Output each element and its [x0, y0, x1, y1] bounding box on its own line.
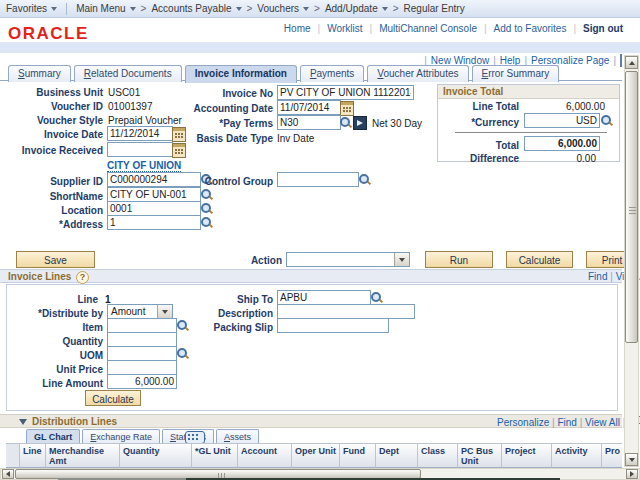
divider: | [318, 23, 321, 34]
control-group-lookup-icon[interactable] [358, 173, 371, 186]
breadcrumb-add-update[interactable]: Add/Update [325, 3, 388, 14]
pay-terms-note: Net 30 Day [372, 117, 422, 131]
accounting-date-label: Accounting Date [160, 102, 273, 116]
control-group-input[interactable] [277, 172, 359, 187]
breadcrumb-separator-icon [141, 3, 147, 14]
tab-invoice-information[interactable]: Invoice Information [185, 65, 297, 83]
total-separator [455, 132, 607, 133]
address-input[interactable] [107, 215, 201, 230]
tab-assets[interactable]: Assets [216, 429, 259, 444]
calendar-icon[interactable] [340, 101, 354, 116]
tab-gl-chart[interactable]: GL Chart [26, 429, 80, 444]
line-label: Line [58, 293, 98, 307]
invoice-lines-find-link[interactable]: Find [588, 271, 607, 282]
pay-terms-detail-icon[interactable] [353, 116, 367, 130]
location-lookup-icon[interactable] [200, 202, 213, 215]
supplier-id-label: Supplier ID [0, 175, 103, 189]
scroll-down-button[interactable] [625, 453, 638, 466]
shortname-input[interactable] [107, 187, 201, 202]
tab-error-summary[interactable]: Error Summary [472, 65, 560, 82]
home-link[interactable]: Home [284, 23, 311, 34]
worklist-link[interactable]: Worklist [327, 23, 362, 34]
help-icon[interactable] [76, 271, 89, 284]
col-fund: Fund [340, 443, 376, 468]
distribute-by-value: Amount [111, 306, 145, 317]
quantity-label: Quantity [0, 335, 103, 349]
run-button[interactable]: Run [425, 251, 493, 268]
scroll-up-button[interactable] [625, 56, 638, 69]
divider [66, 3, 67, 15]
calculate-button[interactable]: Calculate [506, 251, 573, 268]
supplier-name-link[interactable]: CITY OF UNION [107, 160, 181, 172]
ship-to-lookup-icon[interactable] [370, 291, 383, 304]
voucher-id-label: Voucher ID [0, 100, 103, 114]
tab-voucher-attributes[interactable]: Voucher Attributes [367, 65, 468, 82]
tab-payments[interactable]: Payments [300, 65, 364, 82]
tab-summary[interactable]: Summary [8, 65, 71, 82]
action-select[interactable] [286, 252, 410, 267]
line-total-label: Line Total [445, 100, 519, 114]
scroll-right-button[interactable] [626, 469, 638, 479]
scroll-left-button[interactable] [2, 469, 14, 479]
invoice-received-label: Invoice Received [0, 144, 103, 158]
description-input[interactable] [277, 304, 415, 319]
col-project: Project [502, 443, 552, 468]
divider: | [484, 23, 487, 34]
currency-input[interactable] [524, 113, 600, 128]
divider: | [580, 417, 583, 428]
quantity-input[interactable] [107, 332, 177, 347]
uom-label: UOM [0, 349, 103, 363]
total-label: Total [445, 139, 519, 153]
uom-lookup-icon[interactable] [176, 347, 189, 360]
difference-value: 0.00 [530, 152, 596, 166]
tab-related-documents[interactable]: Related Documents [74, 65, 182, 82]
breadcrumb-vouchers[interactable]: Vouchers [257, 3, 309, 14]
distribution-personalize-link[interactable]: Personalize [497, 417, 549, 428]
breadcrumb-separator-icon [314, 3, 320, 14]
col-pc-bus-unit: PC Bus Unit [458, 443, 502, 468]
peoplesoft-voucher-regular-entry: Favorites Main Menu Accounts Payable Vou… [0, 0, 640, 480]
location-input[interactable] [107, 201, 201, 216]
divider: | [552, 417, 555, 428]
packing-slip-input[interactable] [277, 318, 389, 333]
add-to-favorites-link[interactable]: Add to Favorites [494, 23, 567, 34]
address-label: *Address [0, 218, 103, 232]
http-grid-icon[interactable] [620, 54, 622, 67]
difference-label: Difference [445, 152, 519, 166]
unit-price-input[interactable] [107, 360, 177, 375]
vertical-scroll-thumb[interactable] [625, 71, 638, 343]
line-amount-input[interactable] [107, 374, 177, 389]
collapse-section-icon[interactable] [19, 419, 27, 425]
uom-input[interactable] [107, 346, 177, 361]
currency-lookup-icon[interactable] [600, 114, 613, 127]
chevron-down-icon [236, 7, 242, 11]
line-calculate-button[interactable]: Calculate [85, 390, 141, 406]
sign-out-link[interactable]: Sign out [583, 23, 623, 34]
address-lookup-icon[interactable] [200, 216, 213, 229]
ship-to-input[interactable] [277, 290, 371, 305]
breadcrumb-favorites[interactable]: Favorites [6, 3, 57, 14]
currency-label: *Currency [445, 116, 519, 130]
tab-exchange-rate[interactable]: Exchange Rate [82, 429, 160, 444]
location-label: Location [0, 204, 103, 218]
oracle-logo: ORACLE [8, 24, 89, 44]
vertical-scrollbar[interactable] [624, 55, 639, 467]
pay-terms-lookup-icon[interactable] [339, 116, 352, 129]
user-links-bar: Home| Worklist| MultiChannel Console| Ad… [0, 18, 640, 38]
total-input[interactable] [524, 136, 600, 151]
breadcrumb-accounts-payable[interactable]: Accounts Payable [151, 3, 241, 14]
pay-terms-input[interactable] [277, 115, 341, 130]
multichannel-console-link[interactable]: MultiChannel Console [379, 23, 477, 34]
invoice-no-input[interactable] [277, 85, 414, 100]
breadcrumb-main-menu[interactable]: Main Menu [76, 3, 135, 14]
divider: | [610, 271, 613, 282]
invoice-total-title: Invoice Total [438, 85, 619, 99]
distribution-find-link[interactable]: Find [557, 417, 576, 428]
accounting-date-input[interactable] [277, 100, 341, 115]
save-button[interactable]: Save [16, 251, 95, 268]
divider: | [573, 23, 576, 34]
distribution-view-all-link[interactable]: View All [585, 417, 620, 428]
shortname-lookup-icon[interactable] [200, 188, 213, 201]
chevron-down-icon [130, 7, 136, 11]
breadcrumb: Favorites Main Menu Accounts Payable Vou… [0, 0, 640, 18]
